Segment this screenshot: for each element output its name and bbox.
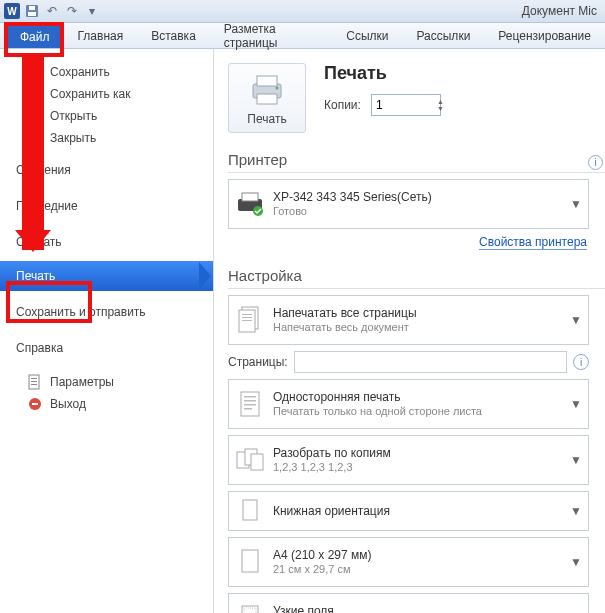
nav-share[interactable]: Сохранить и отправить bbox=[0, 297, 213, 327]
save-icon[interactable] bbox=[24, 3, 40, 19]
quick-access-toolbar: W ↶ ↷ ▾ Документ Mic bbox=[0, 0, 605, 23]
printer-status: Готово bbox=[273, 205, 432, 219]
tab-layout[interactable]: Разметка страницы bbox=[210, 23, 332, 48]
printer-properties-link[interactable]: Свойства принтера bbox=[228, 235, 587, 249]
nav-help[interactable]: Справка bbox=[0, 333, 213, 363]
paper-icon bbox=[235, 547, 265, 577]
svg-rect-35 bbox=[251, 454, 263, 470]
chevron-down-icon: ▼ bbox=[570, 504, 582, 518]
dd-title: Односторонняя печать bbox=[273, 390, 482, 405]
dd-subtitle: 1,2,3 1,2,3 1,2,3 bbox=[273, 461, 391, 475]
svg-rect-17 bbox=[257, 76, 277, 86]
pages-input[interactable] bbox=[294, 351, 567, 373]
svg-rect-30 bbox=[244, 400, 256, 402]
svg-rect-13 bbox=[31, 384, 37, 385]
nav-label: Параметры bbox=[50, 375, 114, 389]
orientation-dropdown[interactable]: Книжная ориентация ▼ bbox=[228, 491, 589, 531]
svg-rect-18 bbox=[257, 94, 277, 104]
nav-exit[interactable]: Выход bbox=[0, 393, 213, 415]
svg-rect-12 bbox=[31, 381, 37, 382]
nav-label: Печать bbox=[16, 269, 55, 283]
nav-label: Сохранить как bbox=[50, 87, 130, 101]
dd-title: Узкие поля bbox=[273, 604, 433, 613]
tab-mailings[interactable]: Рассылки bbox=[402, 23, 484, 48]
margins-dropdown[interactable]: Узкие поля Левое: 1,27 см Правое: 1,27 с… bbox=[228, 593, 589, 613]
dd-title: A4 (210 x 297 мм) bbox=[273, 548, 372, 563]
ribbon-tabs: Файл Главная Вставка Разметка страницы С… bbox=[0, 23, 605, 49]
nav-label: Закрыть bbox=[50, 131, 96, 145]
chevron-down-icon: ▼ bbox=[570, 453, 582, 467]
printer-icon bbox=[247, 72, 287, 106]
qat-dropdown-icon[interactable]: ▾ bbox=[84, 3, 100, 19]
redo-icon[interactable]: ↷ bbox=[64, 3, 80, 19]
svg-rect-31 bbox=[244, 404, 256, 406]
svg-rect-21 bbox=[242, 193, 258, 201]
chevron-down-icon: ▼ bbox=[570, 555, 582, 569]
chevron-down-icon: ▼ bbox=[570, 313, 582, 327]
svg-rect-2 bbox=[29, 6, 35, 10]
spinner-icon[interactable]: ▲▼ bbox=[437, 98, 444, 112]
printer-name: XP-342 343 345 Series(Сеть) bbox=[273, 190, 432, 205]
annotation-arrow bbox=[22, 53, 44, 250]
svg-rect-25 bbox=[242, 314, 252, 315]
one-sided-icon bbox=[235, 389, 265, 419]
print-button[interactable]: Печать bbox=[228, 63, 306, 133]
collate-icon bbox=[235, 445, 265, 475]
printer-section-heading: Принтер i bbox=[228, 151, 605, 173]
dd-subtitle: 21 см x 29,7 см bbox=[273, 563, 372, 577]
svg-rect-36 bbox=[243, 500, 257, 520]
margins-icon bbox=[235, 603, 265, 613]
word-app-icon: W bbox=[4, 3, 20, 19]
svg-rect-32 bbox=[244, 408, 252, 410]
copies-label: Копии: bbox=[324, 98, 361, 112]
nav-label: Открыть bbox=[50, 109, 97, 123]
tab-insert[interactable]: Вставка bbox=[137, 23, 210, 48]
svg-rect-15 bbox=[32, 403, 38, 405]
svg-rect-27 bbox=[242, 320, 252, 321]
tab-file[interactable]: Файл bbox=[6, 25, 64, 48]
svg-rect-1 bbox=[28, 12, 36, 16]
exit-icon bbox=[27, 396, 43, 412]
nav-label: Выход bbox=[50, 397, 86, 411]
options-icon bbox=[27, 374, 43, 390]
pages-icon bbox=[235, 305, 265, 335]
print-range-dropdown[interactable]: Напечатать все страницы Напечатать весь … bbox=[228, 295, 589, 345]
pages-label: Страницы: bbox=[228, 355, 288, 369]
print-button-label: Печать bbox=[247, 112, 286, 126]
dd-title: Напечатать все страницы bbox=[273, 306, 417, 321]
settings-section-heading: Настройка bbox=[228, 267, 605, 289]
print-panel: Печать Печать Копии: ▲▼ Принтер i XP-342… bbox=[214, 49, 605, 613]
tab-references[interactable]: Ссылки bbox=[332, 23, 402, 48]
window-title: Документ Mic bbox=[522, 4, 597, 18]
collate-dropdown[interactable]: Разобрать по копиям 1,2,3 1,2,3 1,2,3 ▼ bbox=[228, 435, 589, 485]
info-icon[interactable]: i bbox=[588, 155, 603, 170]
chevron-down-icon: ▼ bbox=[570, 397, 582, 411]
sides-dropdown[interactable]: Односторонняя печать Печатать только на … bbox=[228, 379, 589, 429]
copies-input[interactable] bbox=[371, 94, 441, 116]
info-icon[interactable]: i bbox=[573, 354, 589, 370]
undo-icon[interactable]: ↶ bbox=[44, 3, 60, 19]
nav-options[interactable]: Параметры bbox=[0, 371, 213, 393]
svg-rect-37 bbox=[242, 550, 258, 572]
dd-title: Разобрать по копиям bbox=[273, 446, 391, 461]
dd-title: Книжная ориентация bbox=[273, 504, 390, 519]
tab-review[interactable]: Рецензирование bbox=[484, 23, 605, 48]
chevron-down-icon: ▼ bbox=[570, 197, 582, 211]
svg-rect-29 bbox=[244, 396, 256, 398]
tab-home[interactable]: Главная bbox=[64, 23, 138, 48]
svg-rect-26 bbox=[242, 317, 252, 318]
svg-point-19 bbox=[276, 87, 279, 90]
printer-icon bbox=[235, 189, 265, 219]
portrait-icon bbox=[235, 496, 265, 526]
dd-subtitle: Печатать только на одной стороне листа bbox=[273, 405, 482, 419]
nav-label: Сохранить bbox=[50, 65, 110, 79]
svg-rect-11 bbox=[31, 378, 37, 379]
dd-subtitle: Напечатать весь документ bbox=[273, 321, 417, 335]
paper-size-dropdown[interactable]: A4 (210 x 297 мм) 21 см x 29,7 см ▼ bbox=[228, 537, 589, 587]
printer-dropdown[interactable]: XP-342 343 345 Series(Сеть) Готово ▼ bbox=[228, 179, 589, 229]
print-heading: Печать bbox=[324, 63, 444, 84]
